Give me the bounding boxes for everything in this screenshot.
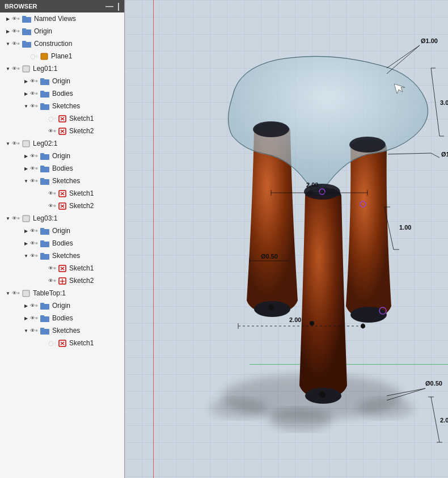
tree-label-leg03-bodies: Bodies bbox=[52, 239, 73, 247]
tree-item-tabletop-sketch1[interactable]: Sketch1 bbox=[0, 337, 124, 349]
viewport[interactable]: Ø1.00 3.00 Ø1.00 2.00 Ø0.50 1.00 2.00 Ø0… bbox=[125, 0, 448, 478]
visibility-toggle-leg03-origin[interactable] bbox=[30, 227, 38, 235]
tree-arrow-leg03[interactable] bbox=[5, 215, 11, 222]
visibility-toggle-leg01-sketch1[interactable] bbox=[48, 115, 56, 122]
svg-point-15 bbox=[18, 68, 19, 69]
tree-item-leg02-sketches[interactable]: Sketches bbox=[0, 175, 124, 187]
svg-rect-102 bbox=[40, 328, 44, 330]
visibility-toggle-leg03-sketch1[interactable] bbox=[48, 264, 56, 272]
tree-arrow-leg01-bodies[interactable] bbox=[23, 90, 29, 97]
tree-arrow-leg02-origin[interactable] bbox=[23, 153, 29, 159]
visibility-toggle-named-views[interactable] bbox=[12, 15, 20, 23]
tree-arrow-leg01[interactable] bbox=[5, 65, 11, 72]
visibility-toggle-leg01-sketches[interactable] bbox=[30, 102, 38, 110]
tree-item-leg01[interactable]: Leg01:1 bbox=[0, 62, 124, 75]
svg-point-112 bbox=[350, 307, 387, 323]
visibility-toggle-leg03-sketches[interactable] bbox=[30, 252, 38, 260]
visibility-toggle-leg02-origin[interactable] bbox=[30, 152, 38, 160]
tree-item-plane1[interactable]: Plane1 bbox=[0, 50, 124, 62]
svg-point-29 bbox=[54, 118, 56, 119]
visibility-toggle-leg01-origin[interactable] bbox=[30, 77, 38, 85]
tree-item-leg03-bodies[interactable]: Bodies bbox=[0, 237, 124, 249]
tree-item-leg02[interactable]: Leg02:1 bbox=[0, 137, 124, 150]
visibility-toggle-leg01-sketch2[interactable] bbox=[48, 127, 56, 135]
tree-item-leg01-sketches[interactable]: Sketches bbox=[0, 100, 124, 112]
browser-panel: BROWSER — | Named ViewsOriginConstructio… bbox=[0, 0, 125, 478]
svg-point-54 bbox=[54, 193, 56, 194]
tree-item-leg01-sketch2[interactable]: Sketch2 bbox=[0, 125, 124, 137]
tree-item-leg01-bodies[interactable]: Bodies bbox=[0, 87, 124, 100]
tree-label-leg02-sketch1: Sketch1 bbox=[69, 189, 94, 197]
minimize-button[interactable]: — bbox=[105, 2, 113, 11]
tree-item-tabletop[interactable]: TableTop:1 bbox=[0, 287, 124, 299]
tree-arrow-construction[interactable] bbox=[5, 40, 11, 47]
svg-rect-69 bbox=[40, 228, 44, 230]
tree-arrow-leg03-bodies[interactable] bbox=[23, 240, 29, 247]
visibility-toggle-leg03-sketch2[interactable] bbox=[48, 277, 56, 285]
visibility-toggle-leg02[interactable] bbox=[12, 139, 20, 147]
visibility-toggle-leg03-bodies[interactable] bbox=[30, 239, 38, 247]
tree-item-leg03[interactable]: Leg03:1 bbox=[0, 212, 124, 225]
svg-text:1.00: 1.00 bbox=[399, 224, 411, 231]
tree-item-tabletop-sketches[interactable]: Sketches bbox=[0, 324, 124, 337]
visibility-toggle-tabletop-bodies[interactable] bbox=[30, 314, 38, 322]
tree-arrow-tabletop-sketches[interactable] bbox=[23, 327, 29, 334]
tree-item-leg01-origin[interactable]: Origin bbox=[0, 75, 124, 87]
svg-point-92 bbox=[36, 305, 37, 306]
tree-arrow-tabletop-origin[interactable] bbox=[23, 302, 29, 309]
svg-rect-90 bbox=[23, 290, 29, 297]
tree-label-named-views: Named Views bbox=[34, 15, 76, 23]
tree-arrow-leg03-sketches[interactable] bbox=[23, 252, 29, 259]
tree-item-leg03-sketch2[interactable]: Sketch2 bbox=[0, 274, 124, 287]
tree-item-named-views[interactable]: Named Views bbox=[0, 12, 124, 25]
tree-arrow-leg01-origin[interactable] bbox=[23, 78, 29, 84]
visibility-toggle-tabletop[interactable] bbox=[12, 289, 20, 297]
tree-label-origin-top: Origin bbox=[34, 27, 52, 35]
tree-item-leg02-sketch2[interactable]: Sketch2 bbox=[0, 200, 124, 212]
svg-text:Ø1.00: Ø1.00 bbox=[421, 37, 438, 44]
svg-point-42 bbox=[36, 155, 37, 156]
visibility-toggle-leg02-sketch1[interactable] bbox=[48, 189, 56, 197]
tree-label-plane1: Plane1 bbox=[51, 52, 72, 60]
tree-label-tabletop-bodies: Bodies bbox=[52, 314, 73, 322]
tree-item-leg01-sketch1[interactable]: Sketch1 bbox=[0, 112, 124, 125]
tree-item-leg03-sketches[interactable]: Sketches bbox=[0, 249, 124, 262]
tree-item-leg02-sketch1[interactable]: Sketch1 bbox=[0, 187, 124, 200]
visibility-toggle-tabletop-sketches[interactable] bbox=[30, 327, 38, 335]
visibility-toggle-leg01[interactable] bbox=[12, 65, 20, 73]
visibility-toggle-leg02-bodies[interactable] bbox=[30, 164, 38, 172]
visibility-toggle-origin-top[interactable] bbox=[12, 27, 20, 35]
tree-arrow-leg01-sketches[interactable] bbox=[23, 103, 29, 109]
visibility-toggle-tabletop-sketch1[interactable] bbox=[48, 339, 56, 347]
tree-item-leg02-origin[interactable]: Origin bbox=[0, 150, 124, 162]
tree-item-tabletop-bodies[interactable]: Bodies bbox=[0, 312, 124, 324]
tree-item-leg03-origin[interactable]: Origin bbox=[0, 225, 124, 237]
visibility-toggle-leg03[interactable] bbox=[12, 214, 20, 222]
tree-item-leg02-bodies[interactable]: Bodies bbox=[0, 162, 124, 175]
browser-title: BROWSER bbox=[5, 3, 37, 10]
tree-arrow-leg03-origin[interactable] bbox=[23, 227, 29, 234]
svg-point-89 bbox=[18, 293, 19, 294]
visibility-toggle-leg02-sketch2[interactable] bbox=[48, 202, 56, 210]
tree-item-tabletop-origin[interactable]: Origin bbox=[0, 299, 124, 312]
tree-arrow-leg02-sketches[interactable] bbox=[23, 177, 29, 184]
svg-point-103 bbox=[54, 342, 56, 344]
tree-arrow-leg02-bodies[interactable] bbox=[23, 165, 29, 172]
visibility-toggle-leg01-bodies[interactable] bbox=[30, 90, 38, 98]
svg-point-124 bbox=[310, 321, 314, 325]
tree-arrow-origin-top[interactable] bbox=[5, 28, 11, 35]
visibility-toggle-leg02-sketches[interactable] bbox=[30, 177, 38, 185]
visibility-toggle-construction[interactable] bbox=[12, 40, 20, 48]
tree-arrow-tabletop[interactable] bbox=[5, 290, 11, 297]
tree-label-leg03-origin: Origin bbox=[52, 227, 70, 235]
tree-item-leg03-sketch1[interactable]: Sketch1 bbox=[0, 262, 124, 274]
svg-point-1 bbox=[18, 18, 19, 19]
tree-item-origin-top[interactable]: Origin bbox=[0, 25, 124, 37]
tree-arrow-named-views[interactable] bbox=[5, 15, 11, 22]
tree-arrow-leg02[interactable] bbox=[5, 140, 11, 147]
tree-item-construction[interactable]: Construction bbox=[0, 37, 124, 50]
tree-arrow-tabletop-bodies[interactable] bbox=[23, 315, 29, 322]
svg-point-84 bbox=[54, 280, 56, 281]
visibility-toggle-tabletop-origin[interactable] bbox=[30, 302, 38, 310]
visibility-toggle-plane1[interactable] bbox=[30, 52, 38, 60]
